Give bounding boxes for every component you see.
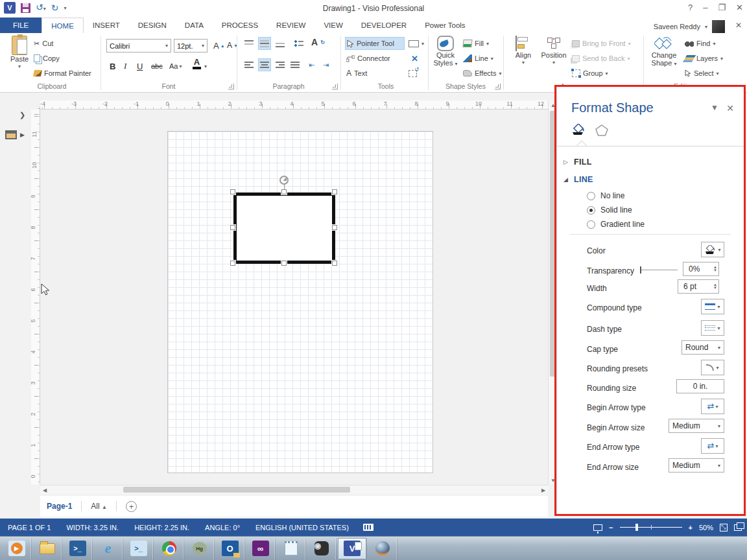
account-menu[interactable]: Saveen Reddy ▾: [654, 20, 725, 33]
handle-top-center[interactable]: [281, 189, 287, 194]
effects-tab-icon[interactable]: [595, 124, 609, 139]
status-page-count[interactable]: PAGE 1 OF 1: [0, 524, 58, 531]
rectangle-tool-dropdown[interactable]: ▾: [407, 37, 425, 50]
font-dialog-launcher[interactable]: [228, 84, 234, 89]
fit-page-icon[interactable]: [720, 524, 728, 531]
canvas-viewport[interactable]: [40, 110, 548, 485]
fill-button[interactable]: Fill▾: [462, 37, 490, 50]
width-spinbox[interactable]: 6 pt▲▼: [678, 279, 719, 294]
status-shape-width[interactable]: WIDTH: 3.25 IN.: [58, 524, 126, 531]
rounding-presets-dropdown[interactable]: ▾: [701, 360, 724, 375]
font-color-dropdown[interactable]: ▾: [202, 60, 209, 73]
help-button[interactable]: ?: [688, 3, 693, 12]
taskbar-item-steam[interactable]: ◉: [307, 538, 336, 559]
align-bottom-button[interactable]: [274, 37, 286, 50]
pointer-tool-button[interactable]: Pointer Tool: [345, 37, 405, 50]
vertical-scroll-thumb[interactable]: [550, 111, 556, 377]
taskbar-item-notepad[interactable]: [277, 538, 305, 559]
panel-options-chevron[interactable]: ▼: [711, 103, 718, 112]
transparency-spinbox[interactable]: 0%▲▼: [683, 262, 719, 276]
connection-point-tool-button[interactable]: ✕: [410, 52, 420, 65]
horizontal-ruler[interactable]: -4-3-2-10123456789101112: [40, 100, 548, 110]
drawing-page[interactable]: [167, 131, 433, 473]
send-to-back-button[interactable]: Send to Back▾: [571, 52, 631, 65]
zoom-level[interactable]: 50%: [699, 524, 713, 531]
paste-button[interactable]: Paste ▾: [5, 36, 34, 71]
handle-top-left[interactable]: [230, 189, 235, 194]
tab-data[interactable]: DATA: [176, 18, 213, 33]
select-button[interactable]: Select▾: [683, 67, 720, 80]
effects-button[interactable]: Effects▾: [462, 67, 503, 80]
align-middle-button[interactable]: [258, 37, 271, 50]
radio-solid-line[interactable]: Solid line: [587, 205, 632, 215]
tab-review[interactable]: REVIEW: [267, 18, 314, 33]
taskbar-item-outlook[interactable]: O: [216, 538, 244, 559]
keyboard-language-icon[interactable]: [363, 524, 374, 531]
text-block-tool-button[interactable]: ↺: [407, 67, 418, 80]
font-size-combobox[interactable]: 12pt.▾: [174, 39, 208, 52]
change-case-button[interactable]: Aa▾: [167, 60, 184, 73]
compound-type-dropdown[interactable]: ▾: [701, 299, 724, 314]
tab-file[interactable]: FILE: [0, 18, 42, 33]
taskbar-item-powershell-ise[interactable]: >_: [124, 538, 153, 559]
close-button[interactable]: ✕: [736, 3, 743, 12]
cut-button[interactable]: ✂Cut: [32, 37, 54, 50]
connector-tool-button[interactable]: Connector: [345, 52, 405, 65]
status-shape-height[interactable]: HEIGHT: 2.25 IN.: [126, 524, 197, 531]
align-center-button[interactable]: [258, 58, 271, 71]
stencil-flyout-chevron[interactable]: ▶: [20, 132, 25, 138]
tab-home[interactable]: HOME: [42, 18, 84, 33]
end-arrow-type-dropdown[interactable]: ⇄▾: [701, 438, 724, 454]
strikethrough-button[interactable]: abc: [149, 60, 165, 73]
handle-top-right[interactable]: [332, 189, 337, 194]
bold-button[interactable]: B: [108, 60, 117, 73]
paragraph-dialog-launcher[interactable]: [332, 84, 338, 89]
panel-close-button[interactable]: ✕: [726, 103, 734, 113]
tab-power-tools[interactable]: Power Tools: [416, 18, 474, 33]
justify-button[interactable]: [289, 58, 301, 71]
handle-middle-left[interactable]: [230, 225, 235, 230]
taskbar-item-seamonkey[interactable]: [368, 538, 397, 559]
shapes-pane-expand-chevron[interactable]: ❯: [19, 111, 25, 119]
font-family-combobox[interactable]: Calibri▾: [106, 39, 171, 52]
taskbar-item-visio[interactable]: V: [338, 538, 366, 559]
selected-rectangle-shape[interactable]: [233, 192, 335, 264]
handle-bottom-left[interactable]: [230, 261, 235, 266]
switch-windows-icon[interactable]: [734, 524, 742, 531]
decrease-indent-button[interactable]: ⇤: [307, 58, 316, 71]
increase-indent-button[interactable]: ⇥: [322, 58, 330, 71]
begin-arrow-size-select[interactable]: Medium▾: [669, 419, 724, 433]
italic-button[interactable]: I: [122, 60, 128, 73]
line-section-header[interactable]: LINE: [574, 175, 593, 184]
rounding-size-input[interactable]: 0 in.: [676, 379, 724, 393]
text-tool-button[interactable]: A Text: [345, 67, 405, 80]
handle-bottom-center[interactable]: [281, 261, 287, 266]
vertical-ruler[interactable]: 11109876543210: [31, 110, 40, 485]
horizontal-scroll-thumb[interactable]: [123, 487, 350, 493]
taskbar-item-file-explorer[interactable]: [33, 538, 62, 559]
tab-process[interactable]: PROCESS: [213, 18, 267, 33]
rotation-handle[interactable]: [279, 176, 289, 185]
taskbar-item-internet-explorer[interactable]: e: [94, 538, 123, 559]
position-button[interactable]: Position▾: [540, 36, 568, 67]
cap-type-select[interactable]: Round▾: [682, 340, 724, 355]
line-section-chevron[interactable]: ◢: [563, 176, 568, 183]
format-painter-button[interactable]: Format Painter: [32, 67, 93, 80]
taskbar-item-chrome[interactable]: [155, 538, 184, 559]
dash-type-dropdown[interactable]: ▾: [701, 320, 724, 336]
bring-to-front-button[interactable]: Bring to Front▾: [571, 37, 632, 50]
stencil-flyout-icon[interactable]: [5, 130, 17, 139]
scroll-left-arrow[interactable]: ◀: [40, 485, 49, 495]
begin-arrow-type-dropdown[interactable]: ⇄▾: [701, 399, 724, 414]
quick-styles-button[interactable]: Quick Styles ▾: [431, 36, 460, 68]
fill-section-header[interactable]: FILL: [574, 158, 592, 167]
page-tab-all[interactable]: All ▲: [91, 502, 107, 511]
horizontal-scrollbar[interactable]: ◀ ▶: [40, 485, 548, 494]
transparency-slider[interactable]: [640, 270, 678, 270]
tab-developer[interactable]: DEVELOPER: [352, 18, 416, 33]
scroll-right-arrow[interactable]: ▶: [539, 485, 548, 495]
align-top-button[interactable]: [243, 37, 255, 50]
taskbar-item-visual-studio[interactable]: ∞: [246, 538, 275, 559]
align-left-button[interactable]: [243, 58, 255, 71]
close-document-button[interactable]: ✕: [735, 21, 742, 30]
